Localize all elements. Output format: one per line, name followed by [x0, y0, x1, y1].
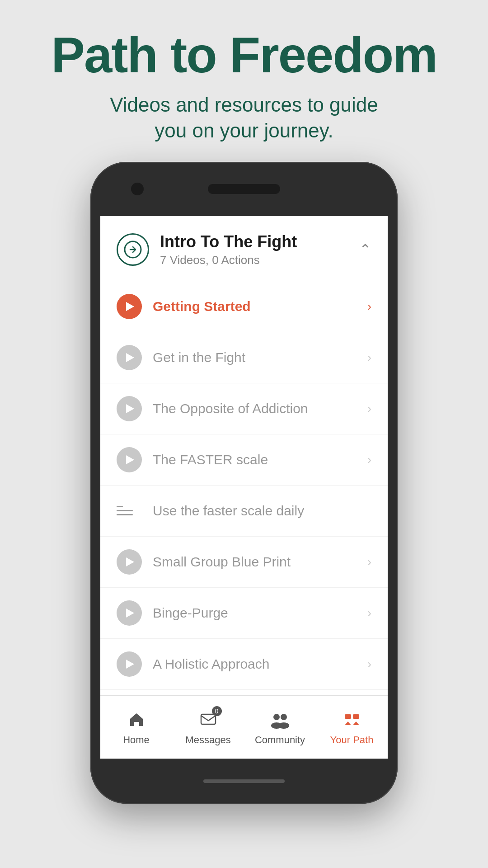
section-meta: 7 Videos, 0 Actions [160, 253, 359, 267]
play-button-inactive [117, 651, 142, 677]
page-title: Path to Freedom [51, 27, 437, 83]
community-icon [268, 708, 292, 731]
list-item[interactable]: Getting Started › [100, 281, 388, 332]
nav-item-your-path[interactable]: Your Path [325, 708, 379, 746]
play-triangle-icon [126, 660, 134, 669]
list-item-action[interactable]: Use the faster scale daily [100, 486, 388, 537]
messages-badge: 0 [212, 706, 222, 716]
section-collapse-chevron[interactable]: ⌃ [359, 241, 371, 258]
play-triangle-icon [126, 455, 134, 464]
home-icon [125, 708, 148, 731]
item-label: Getting Started [153, 299, 367, 314]
nav-item-messages[interactable]: 0 Messages [181, 708, 235, 746]
section-header[interactable]: Intro To The Fight 7 Videos, 0 Actions ⌃ [100, 216, 388, 281]
phone-screen: Intro To The Fight 7 Videos, 0 Actions ⌃… [100, 216, 388, 759]
svg-rect-6 [345, 714, 351, 719]
chevron-right-icon: › [367, 401, 371, 416]
nav-label-community: Community [255, 734, 305, 746]
section-icon [117, 233, 149, 266]
nav-label-home: Home [123, 734, 150, 746]
svg-marker-8 [345, 722, 351, 725]
item-label: The FASTER scale [153, 452, 367, 467]
play-button-inactive [117, 345, 142, 370]
list-item[interactable]: The Opposite of Addiction › [100, 383, 388, 434]
phone-top-bar [90, 162, 398, 216]
play-triangle-icon [126, 353, 134, 362]
screen-content: Intro To The Fight 7 Videos, 0 Actions ⌃… [100, 216, 388, 695]
svg-point-2 [273, 714, 280, 720]
page-header: Path to Freedom Videos and resources to … [15, 0, 473, 162]
play-button-inactive [117, 396, 142, 421]
chevron-right-icon: › [367, 657, 371, 671]
play-button-active [117, 294, 142, 319]
svg-point-5 [278, 722, 289, 729]
play-button-inactive [117, 549, 142, 575]
item-label: Use the faster scale daily [153, 503, 371, 519]
play-triangle-icon [126, 609, 134, 618]
phone-home-bar [203, 779, 285, 783]
play-button-inactive [117, 600, 142, 626]
nav-item-home[interactable]: Home [109, 708, 164, 746]
svg-point-3 [281, 714, 287, 720]
list-item[interactable]: A Holistic Approach › [100, 639, 388, 690]
chevron-right-icon: › [367, 453, 371, 467]
page-subtitle: Videos and resources to guideyou on your… [51, 92, 437, 143]
list-item[interactable]: Get in the Fight › [100, 332, 388, 383]
section-title: Intro To The Fight [160, 232, 359, 251]
list-item[interactable]: Binge-Purge › [100, 588, 388, 639]
phone-speaker [208, 184, 280, 194]
nav-label-your-path: Your Path [330, 734, 374, 746]
svg-rect-1 [201, 714, 216, 724]
item-label: Binge-Purge [153, 605, 367, 621]
chevron-right-icon: › [367, 350, 371, 365]
play-triangle-icon [126, 557, 134, 566]
list-container: Getting Started › Get in the Fight › [100, 281, 388, 695]
svg-rect-7 [353, 714, 359, 719]
item-label: A Holistic Approach [153, 656, 367, 672]
list-lines-icon [117, 498, 142, 524]
chevron-right-icon: › [367, 606, 371, 620]
section-info: Intro To The Fight 7 Videos, 0 Actions [160, 232, 359, 267]
your-path-icon [340, 708, 364, 731]
chevron-right-icon: › [367, 555, 371, 569]
phone-camera [131, 183, 144, 195]
item-label: Get in the Fight [153, 350, 367, 365]
nav-item-community[interactable]: Community [253, 708, 307, 746]
play-button-inactive [117, 447, 142, 472]
list-item[interactable]: The FASTER scale › [100, 434, 388, 486]
nav-label-messages: Messages [185, 734, 230, 746]
play-triangle-icon [126, 302, 134, 311]
item-label: The Opposite of Addiction [153, 401, 367, 416]
play-triangle-icon [126, 404, 134, 413]
phone-shell: Intro To The Fight 7 Videos, 0 Actions ⌃… [90, 162, 398, 804]
phone-bottom-bar [90, 759, 398, 804]
list-item[interactable]: Small Group Blue Print › [100, 537, 388, 588]
messages-icon: 0 [197, 708, 220, 731]
bottom-nav: Home 0 Messages [100, 695, 388, 759]
chevron-right-icon: › [367, 299, 371, 314]
svg-marker-9 [353, 722, 359, 725]
item-label: Small Group Blue Print [153, 554, 367, 570]
